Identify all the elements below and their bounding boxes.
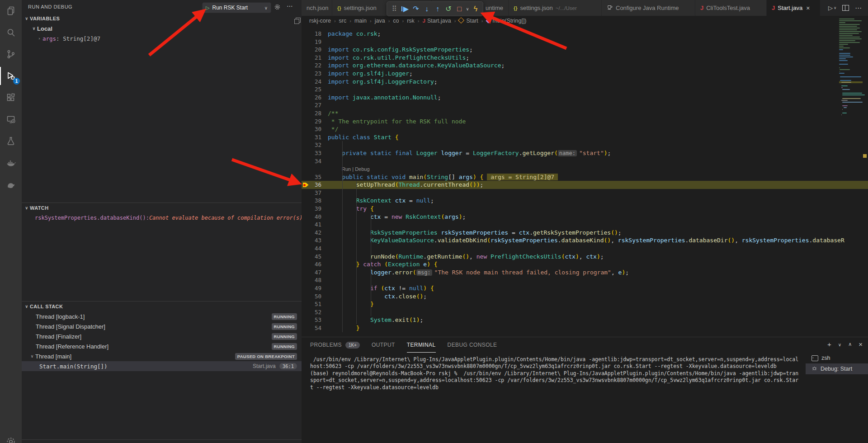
gutter[interactable] [302, 236, 310, 245]
gutter[interactable] [302, 78, 310, 86]
tab-configure-java-runtime[interactable]: Configure Java Runtime [602, 0, 695, 16]
call-stack-thread[interactable]: Thread [Finalizer]RUNNING [22, 331, 302, 341]
code-line-43[interactable]: 43 KeyValueDataSource.validateDbKind(rsk… [302, 236, 868, 245]
code-line-33[interactable]: 33 private static final Logger logger = … [302, 149, 868, 157]
code-line-21[interactable]: 21import co.rsk.util.PreflightChecksUtil… [302, 54, 868, 62]
watch-expression[interactable]: rskSystemProperties.databaseKind(): Cann… [22, 213, 302, 223]
panel-tab-output[interactable]: OUTPUT [372, 337, 395, 353]
code-line-45[interactable]: 45 runNode(Runtime.getRuntime(), new Pre… [302, 253, 868, 261]
breadcrumb-method[interactable]: main(String[]) [486, 18, 527, 24]
gutter[interactable] [302, 165, 310, 173]
continue-button[interactable]: ▶ [400, 3, 410, 15]
code-line-30[interactable]: 30 */ [302, 125, 868, 133]
code-line-25[interactable]: 25 [302, 85, 868, 94]
breadcrumb[interactable]: rskj-core›src›main›java›co›rsk›JStart.ja… [302, 16, 868, 26]
code-line-39[interactable]: 39 try { [302, 205, 868, 213]
run-file-icon[interactable]: ▷ ∨ [828, 5, 836, 11]
activity-source-control-icon[interactable] [0, 43, 22, 65]
terminal-dropdown-icon[interactable]: ∨ [838, 340, 841, 348]
gutter[interactable] [302, 253, 310, 261]
tab-nch-json[interactable]: nch.json [302, 0, 332, 16]
code-line-22[interactable]: 22import org.ethereum.datasource.KeyValu… [302, 61, 868, 70]
breadcrumb-item[interactable]: java [375, 18, 385, 24]
minimap[interactable] [839, 18, 863, 116]
gutter[interactable] [302, 30, 310, 38]
gutter[interactable] [302, 245, 310, 253]
call-stack-section-header[interactable]: ∨ CALL STACK [22, 302, 302, 311]
gutter[interactable] [302, 221, 310, 229]
panel-tab-terminal[interactable]: TERMINAL [407, 337, 436, 353]
code-line-40[interactable]: 40 ctx = new RskContext(args); [302, 213, 868, 221]
terminal-item-debug-start[interactable]: Debug: Start [806, 363, 868, 374]
breadcrumb-item[interactable]: src [339, 18, 347, 24]
code-line-38[interactable]: 38 RskContext ctx = null; [302, 197, 868, 205]
split-editor-icon[interactable] [842, 5, 849, 11]
more-actions-icon[interactable]: ⋯ [855, 4, 862, 12]
gutter[interactable] [302, 189, 310, 197]
variables-section-header[interactable]: ∨ VARIABLES [22, 14, 302, 24]
code-line-44[interactable]: 44 [302, 245, 868, 253]
code-line-42[interactable]: 42 RskSystemProperties rskSystemProperti… [302, 229, 868, 237]
code-line-18[interactable]: 18package co.rsk; [302, 30, 868, 38]
tab-clitoolstest-java[interactable]: JCliToolsTest.java [695, 0, 767, 16]
hot-code-replace-button[interactable]: ϟ [470, 3, 481, 15]
panel-tab-problems[interactable]: PROBLEMS1K+ [310, 337, 360, 353]
gutter[interactable] [302, 316, 310, 324]
code-line-29[interactable]: 29 * The entrypoint for the RSK full nod… [302, 118, 868, 126]
code-line-41[interactable]: 41 [302, 221, 868, 229]
code-line-20[interactable]: 20import co.rsk.config.RskSystemProperti… [302, 46, 868, 54]
maximize-panel-icon[interactable]: ∧ [848, 340, 852, 348]
code-line-19[interactable]: 19 [302, 38, 868, 46]
code-line-26[interactable]: 26import javax.annotation.Nonnull; [302, 94, 868, 102]
codelens-run-debug[interactable]: Run | Debug [328, 166, 370, 172]
call-stack-thread[interactable]: Thread [Reference Handler]RUNNING [22, 341, 302, 351]
close-icon[interactable]: × [806, 5, 810, 12]
code-line-52[interactable]: 52 [302, 308, 868, 316]
terminal-item-zsh[interactable]: ›zsh [806, 353, 868, 363]
code-line-46[interactable]: 46 } catch (Exception e) { [302, 260, 868, 269]
code-line-28[interactable]: 28/** [302, 109, 868, 118]
overlapping-squares-icon[interactable] [294, 18, 301, 24]
code-line-47[interactable]: 47 logger.error(msg:"The RSK node main t… [302, 269, 868, 277]
gutter[interactable] [302, 54, 310, 62]
code-line-32[interactable]: 32 [302, 141, 868, 149]
more-actions-icon[interactable]: ⋯ [287, 2, 293, 9]
gutter[interactable] [302, 109, 310, 118]
gutter[interactable] [302, 133, 310, 141]
gutter[interactable] [302, 308, 310, 316]
breadcrumb-item[interactable]: main [354, 18, 367, 24]
tab-settings-json[interactable]: {}settings.json~/.../User [509, 0, 602, 16]
activity-testing-icon[interactable] [0, 130, 22, 152]
gutter[interactable] [302, 324, 310, 332]
activity-docker-icon[interactable] [0, 152, 22, 174]
variables-scope-local[interactable]: ∨ Local [22, 24, 302, 33]
stack-frame-start-main[interactable]: Start.main(String[]) Start.java 36:1 [22, 361, 302, 371]
gutter[interactable] [302, 141, 310, 149]
debug-current-line-pointer-icon[interactable] [303, 183, 309, 187]
code-line-54[interactable]: 54 } [302, 324, 868, 332]
gutter[interactable] [302, 85, 310, 94]
code-line-50[interactable]: 50 ctx.close(); [302, 292, 868, 301]
code-line-24[interactable]: 24import org.slf4j.LoggerFactory; [302, 78, 868, 86]
code-line-51[interactable]: 51 } [302, 300, 868, 308]
code-line-53[interactable]: 53 System.exit(1); [302, 316, 868, 324]
codelens-row[interactable]: Run | Debug [302, 165, 868, 173]
gutter[interactable] [302, 276, 310, 284]
gutter[interactable] [302, 197, 310, 205]
breadcrumb-file[interactable]: JStart.java [423, 18, 451, 24]
step-out-button[interactable]: ↑ [432, 3, 443, 15]
code-line-27[interactable]: 27 [302, 101, 868, 109]
call-stack-thread[interactable]: Thread [logback-1]RUNNING [22, 311, 302, 321]
gutter[interactable] [302, 229, 310, 237]
tab-start-java[interactable]: JStart.java× [767, 0, 821, 16]
breadcrumb-item[interactable]: rskj-core [309, 18, 331, 24]
stop-dropdown-button[interactable]: ∨ [465, 3, 470, 15]
gutter[interactable] [302, 125, 310, 133]
gutter[interactable] [302, 46, 310, 54]
close-panel-icon[interactable]: × [859, 340, 863, 348]
gutter[interactable] [302, 213, 310, 221]
gutter[interactable] [302, 61, 310, 70]
drag-handle-button[interactable]: ⠿ [389, 3, 400, 15]
gutter[interactable] [302, 205, 310, 213]
gutter[interactable] [302, 118, 310, 126]
